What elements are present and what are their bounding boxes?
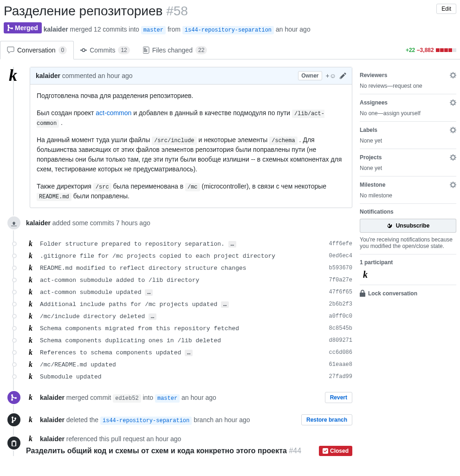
- avatar: k: [26, 276, 35, 284]
- commit-sha[interactable]: 27fad99: [329, 373, 352, 380]
- pr-meta: Merged kalaider merged 12 commits into m…: [4, 22, 456, 33]
- commit-message[interactable]: Schema components migrated from this rep…: [40, 325, 324, 332]
- avatar: k: [26, 300, 35, 308]
- commit-message[interactable]: Submodule updated: [40, 373, 324, 380]
- tab-files-changed[interactable]: Files changed 22: [136, 41, 214, 59]
- avatar: k: [26, 288, 35, 296]
- diffstat: +22 −3,882: [406, 47, 460, 53]
- gear-icon[interactable]: [450, 181, 456, 189]
- commit-message[interactable]: .gitignore file for /mc projects copied …: [40, 253, 324, 260]
- commit-message[interactable]: README.md modified to reflect directory …: [40, 265, 324, 272]
- push-icon: [6, 215, 21, 230]
- merged-icon: [6, 390, 21, 405]
- avatar[interactable]: k: [26, 416, 35, 424]
- avatar: k: [26, 252, 35, 260]
- head-branch[interactable]: is44-repository-separation: [182, 26, 274, 34]
- restore-branch-button[interactable]: Restore branch: [301, 414, 352, 425]
- commit-row[interactable]: kREADME.md modified to reflect directory…: [26, 262, 352, 274]
- avatar[interactable]: k: [26, 435, 35, 443]
- act-common-link[interactable]: act-common: [96, 109, 131, 117]
- branch-deleted-icon: [6, 412, 21, 427]
- gear-icon[interactable]: [450, 126, 456, 134]
- comment: kalaider commented an hour ago Owner +☺ …: [30, 67, 352, 208]
- commit-row[interactable]: kSubmodule updated27fad99: [26, 371, 352, 383]
- commit-message[interactable]: Folder structure prepared to repository …: [40, 241, 324, 248]
- avatar: k: [26, 240, 35, 248]
- commit-message[interactable]: Schema components duplicating ones in /l…: [40, 337, 324, 344]
- expand-commit-message[interactable]: …: [228, 241, 236, 248]
- commit-message[interactable]: References to schema components updated …: [40, 349, 324, 356]
- commit-row[interactable]: k/mc/include directory deleted …a0ff0c0: [26, 310, 352, 322]
- commit-sha[interactable]: 4ff6efe: [329, 241, 352, 247]
- expand-commit-message[interactable]: …: [149, 313, 156, 320]
- referenced-issue-link[interactable]: Разделить общий код и схемы от схем и ко…: [26, 447, 313, 455]
- commit-row[interactable]: kAdditional include paths for /mc projec…: [26, 298, 352, 310]
- gear-icon[interactable]: [450, 99, 456, 106]
- state-badge: Merged: [4, 22, 42, 33]
- commit-sha[interactable]: 0ed6ec4: [329, 253, 352, 259]
- avatar: k: [26, 348, 35, 357]
- commit-row[interactable]: kact-common submodule updated …47f6f65: [26, 286, 352, 298]
- avatar: k: [26, 324, 35, 333]
- edit-comment-button[interactable]: [340, 72, 346, 79]
- commit-message[interactable]: act-common submodule added to /lib direc…: [40, 277, 324, 284]
- commit-sha[interactable]: d809271: [329, 337, 352, 344]
- commit-row[interactable]: kReferences to schema components updated…: [26, 346, 352, 359]
- commit-sha[interactable]: cc6d086: [329, 349, 352, 356]
- expand-commit-message[interactable]: …: [145, 289, 153, 296]
- pr-title: Разделение репозиториев #58: [4, 4, 456, 19]
- commit-sha[interactable]: a0ff0c0: [329, 313, 352, 320]
- commit-message[interactable]: /mc/include directory deleted …: [40, 313, 324, 320]
- commit-sha[interactable]: 8c8545b: [329, 325, 352, 332]
- expand-commit-message[interactable]: …: [185, 350, 193, 356]
- commit-row[interactable]: k/mc/README.md updated61eaae8: [26, 359, 352, 371]
- avatar: k: [26, 264, 35, 272]
- owner-badge: Owner: [298, 71, 322, 80]
- gear-icon[interactable]: [450, 154, 456, 161]
- commit-row[interactable]: kSchema components duplicating ones in /…: [26, 334, 352, 346]
- participant-avatar[interactable]: k: [360, 269, 371, 280]
- comment-author[interactable]: kalaider: [36, 72, 60, 79]
- avatar: k: [26, 360, 35, 369]
- commit-row[interactable]: kact-common submodule added to /lib dire…: [26, 274, 352, 286]
- unsubscribe-button[interactable]: Unsubscribe: [360, 219, 456, 233]
- avatar[interactable]: k: [26, 393, 35, 402]
- expand-commit-message[interactable]: …: [221, 301, 229, 308]
- add-reaction-button[interactable]: +☺: [326, 72, 336, 79]
- commit-message[interactable]: Additional include paths for /mc project…: [40, 301, 324, 308]
- commit-sha[interactable]: b593670: [329, 265, 352, 271]
- base-branch[interactable]: master: [141, 26, 166, 34]
- avatar: k: [26, 312, 35, 320]
- edit-button[interactable]: Edit: [436, 4, 456, 14]
- commit-sha[interactable]: 2b6b2f3: [329, 301, 352, 307]
- reference-icon: [6, 436, 21, 450]
- avatar: k: [26, 372, 35, 381]
- commit-message[interactable]: /mc/README.md updated: [40, 361, 324, 368]
- tab-conversation[interactable]: Conversation 0: [0, 41, 74, 59]
- avatar[interactable]: k: [4, 67, 22, 208]
- author-link[interactable]: kalaider: [26, 219, 51, 227]
- tab-commits[interactable]: Commits 12: [74, 41, 136, 59]
- author-link[interactable]: kalaider: [44, 26, 68, 33]
- commit-row[interactable]: k.gitignore file for /mc projects copied…: [26, 250, 352, 262]
- closed-badge: Closed: [319, 446, 352, 456]
- commit-row[interactable]: kSchema components migrated from this re…: [26, 322, 352, 334]
- commit-sha[interactable]: 7f0a27e: [329, 277, 352, 283]
- avatar: k: [26, 336, 35, 345]
- commit-sha[interactable]: 47f6f65: [329, 289, 352, 295]
- commit-sha[interactable]: 61eaae8: [329, 361, 352, 368]
- assign-yourself-link[interactable]: assign yourself: [383, 110, 421, 117]
- gear-icon[interactable]: [450, 72, 456, 79]
- lock-conversation-link[interactable]: Lock conversation: [360, 285, 456, 302]
- revert-button[interactable]: Revert: [325, 392, 352, 403]
- commit-message[interactable]: act-common submodule updated …: [40, 289, 324, 296]
- commit-row[interactable]: kFolder structure prepared to repository…: [26, 238, 352, 250]
